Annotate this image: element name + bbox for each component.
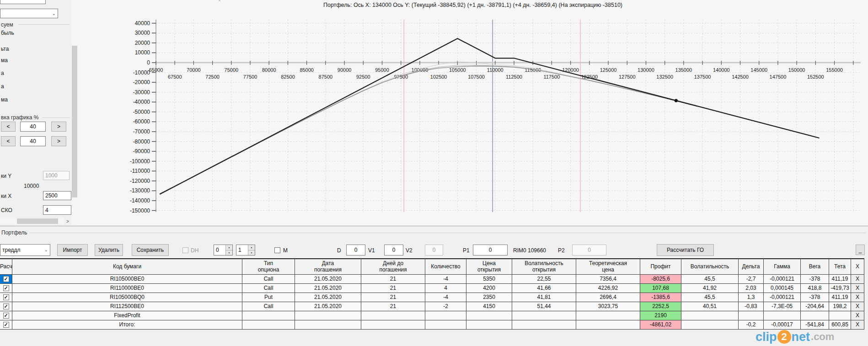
import-button[interactable]: Импорт <box>57 244 88 256</box>
table-cell[interactable] <box>576 311 640 320</box>
row-checkbox[interactable]: ✓ <box>3 303 9 309</box>
table-cell[interactable] <box>512 311 576 320</box>
row-calc-checkbox-cell[interactable]: ✓ <box>0 311 12 320</box>
table-cell[interactable] <box>242 311 295 320</box>
table-cell[interactable]: 198,2 <box>829 302 851 311</box>
table-cell[interactable]: 21 <box>361 284 425 293</box>
table-cell[interactable] <box>242 320 295 330</box>
spinner-down-icon[interactable]: ▼ <box>226 250 232 256</box>
spinner-2-arrows[interactable]: ▲▼ <box>248 245 255 255</box>
table-cell[interactable]: 21.05.2020 <box>295 284 361 293</box>
table-cell[interactable]: 107,68 <box>640 284 681 293</box>
scale-x-decrease-button[interactable]: < <box>1 136 16 146</box>
draw-item-sigma[interactable]: ма <box>1 96 8 103</box>
table-cell[interactable]: -0,000121 <box>764 293 801 302</box>
hscrollbar-thumb[interactable] <box>17 218 58 224</box>
table-cell[interactable]: 0,000145 <box>764 284 801 293</box>
table-cell[interactable]: 2252,5 <box>640 302 681 311</box>
table-cell[interactable]: Call <box>242 284 295 293</box>
table-cell[interactable]: 4226,92 <box>576 284 640 293</box>
row-checkbox[interactable]: ✓ <box>3 285 9 291</box>
calc-go-button[interactable]: Рассчитать ГО <box>657 244 714 256</box>
table-cell[interactable]: 418,8 <box>801 284 829 293</box>
strategy-combobox[interactable]: треддл ⌄ <box>0 244 50 256</box>
vscrollbar-thumb[interactable] <box>72 46 77 197</box>
draw-item-delta[interactable]: ьта <box>1 46 9 52</box>
p2-input[interactable]: 0 <box>572 245 606 256</box>
table-cell[interactable] <box>425 320 466 330</box>
sidebar-hscrollbar[interactable] <box>0 218 71 224</box>
table-cell[interactable]: -541,84 <box>801 320 829 330</box>
table-cell[interactable] <box>801 311 829 320</box>
save-button[interactable]: Сохранить <box>132 244 169 256</box>
table-cell[interactable]: 1,3 <box>739 293 764 302</box>
draw-item-theta[interactable]: а <box>1 83 4 90</box>
table-cell[interactable]: RI105000BQ0 <box>12 293 242 302</box>
scale-x-increase-button[interactable]: > <box>51 136 66 146</box>
table-cell[interactable] <box>512 320 576 330</box>
table-cell[interactable]: -1385,6 <box>640 293 681 302</box>
draw-item-vega[interactable]: а <box>1 70 4 76</box>
scale-x-input[interactable]: 40 <box>20 136 46 146</box>
pl-chart[interactable]: 400003000020000100000-10000-20000-30000-… <box>78 0 868 225</box>
table-cell[interactable]: 600,85 <box>829 320 851 330</box>
row-calc-checkbox-cell[interactable]: ✓ <box>0 302 12 311</box>
table-cell[interactable] <box>576 320 640 330</box>
row-calc-checkbox-cell[interactable]: ✓ <box>0 275 12 284</box>
table-cell[interactable]: 41,81 <box>512 293 576 302</box>
table-cell[interactable] <box>681 320 739 330</box>
row-checkbox[interactable]: ✓ <box>3 276 9 282</box>
table-cell[interactable] <box>739 311 764 320</box>
table-cell[interactable] <box>425 311 466 320</box>
table-cell[interactable]: -2 <box>425 302 466 311</box>
remove-row-button[interactable]: X <box>851 275 864 284</box>
sidebar-top-combobox[interactable]: ⌄ <box>0 9 58 18</box>
table-cell[interactable] <box>764 311 801 320</box>
table-cell[interactable]: 21 <box>361 275 425 284</box>
remove-row-button[interactable]: X <box>851 311 864 320</box>
table-cell[interactable]: RI110000BE0 <box>12 284 242 293</box>
row-checkbox[interactable]: ✓ <box>3 322 9 328</box>
draw-item-gamma[interactable]: ма <box>1 57 8 64</box>
table-cell[interactable]: 41,66 <box>512 284 576 293</box>
table-cell[interactable]: 2696,4 <box>576 293 640 302</box>
clipped-top-input[interactable] <box>0 0 46 4</box>
v1-input[interactable]: 0 <box>384 245 403 256</box>
table-cell[interactable]: FixedProfit <box>12 311 242 320</box>
table-cell[interactable]: -0,00017 <box>764 320 801 330</box>
draw-item-profit[interactable]: быль <box>1 30 14 36</box>
table-cell[interactable]: -7,3E-05 <box>764 302 801 311</box>
table-cell[interactable]: -378 <box>801 275 829 284</box>
step-x-input[interactable]: 2500 <box>43 191 71 200</box>
table-cell[interactable]: Итого: <box>12 320 242 330</box>
table-cell[interactable]: -4 <box>425 293 466 302</box>
hscrollbar-right-arrow[interactable]: > <box>64 218 71 224</box>
spinner-1-arrows[interactable]: ▲▼ <box>225 245 232 255</box>
table-cell[interactable]: 21.05.2020 <box>295 302 361 311</box>
row-calc-checkbox-cell[interactable]: ✓ <box>0 293 12 302</box>
table-cell[interactable] <box>466 320 512 330</box>
table-cell[interactable]: 21 <box>361 302 425 311</box>
table-cell[interactable]: 7356,4 <box>576 275 640 284</box>
table-cell[interactable]: -204,64 <box>801 302 829 311</box>
table-cell[interactable]: -378 <box>801 293 829 302</box>
table-cell[interactable]: -4861,02 <box>640 320 681 330</box>
delete-button[interactable]: Удалить <box>95 244 123 256</box>
scale-y-increase-button[interactable]: > <box>51 122 66 132</box>
table-cell[interactable]: 411,19 <box>829 293 851 302</box>
dh-checkbox[interactable] <box>182 247 188 253</box>
row-checkbox[interactable]: ✓ <box>3 294 9 300</box>
table-cell[interactable]: 3023,75 <box>576 302 640 311</box>
table-cell[interactable]: 5350 <box>466 275 512 284</box>
d-input[interactable]: 0 <box>346 245 365 256</box>
row-calc-checkbox-cell[interactable]: ✓ <box>0 320 12 330</box>
remove-row-button[interactable]: X <box>851 320 864 330</box>
remove-row-button[interactable]: X <box>851 293 864 302</box>
row-calc-checkbox-cell[interactable]: ✓ <box>0 284 12 293</box>
table-cell[interactable]: 40,51 <box>681 302 739 311</box>
table-cell[interactable]: 2350 <box>466 293 512 302</box>
sko-combobox[interactable]: 4 <box>43 205 71 215</box>
remove-row-button[interactable]: X <box>851 302 864 311</box>
table-cell[interactable]: RI105000BE0 <box>12 275 242 284</box>
table-cell[interactable]: 4 <box>425 284 466 293</box>
